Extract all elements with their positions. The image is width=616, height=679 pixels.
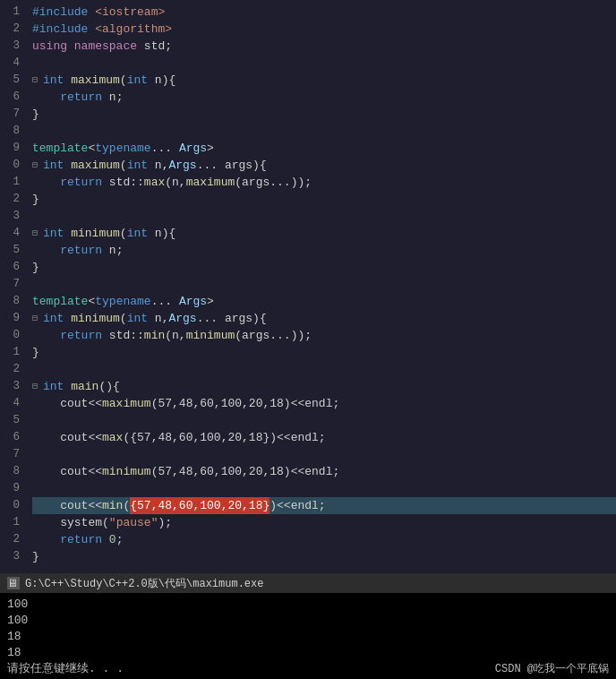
line-number: 4 bbox=[0, 395, 20, 412]
terminal-titlebar: 🖥 G:\C++\Study\C++2.0版\代码\maximum.exe bbox=[0, 573, 616, 593]
token-plain bbox=[32, 89, 60, 106]
token-func: minimum bbox=[71, 225, 120, 242]
token-plain: (){ bbox=[98, 378, 119, 395]
token-plain: } bbox=[32, 548, 39, 565]
code-line bbox=[32, 55, 616, 72]
line-number: 0 bbox=[0, 157, 20, 174]
fold-icon[interactable]: ⊟ bbox=[32, 157, 41, 174]
token-args: Args bbox=[179, 140, 207, 157]
line-number: 1 bbox=[0, 344, 20, 361]
token-plain: ( bbox=[123, 497, 130, 514]
token-func: max bbox=[102, 429, 123, 446]
token-plain: cout<< bbox=[32, 497, 102, 514]
code-line: template<typename... Args> bbox=[32, 293, 616, 310]
code-line: return 0; bbox=[32, 531, 616, 548]
code-line: ⊟int maximum(int n,Args... args){ bbox=[32, 157, 616, 174]
token-func: maximum bbox=[71, 157, 120, 174]
line-number: 5 bbox=[0, 72, 20, 89]
token-args: Args bbox=[168, 157, 196, 174]
token-plain: < bbox=[88, 140, 95, 157]
terminal-line: 18 bbox=[7, 629, 609, 645]
token-preproc: #include bbox=[32, 4, 95, 21]
token-plain: ... bbox=[151, 293, 179, 310]
fold-icon[interactable]: ⊟ bbox=[32, 72, 41, 89]
token-func: maximum bbox=[102, 395, 151, 412]
token-func: maximum bbox=[186, 174, 235, 191]
token-kw: int bbox=[43, 378, 71, 395]
line-number: 7 bbox=[0, 276, 20, 293]
token-func: maximum bbox=[71, 72, 120, 89]
code-line bbox=[32, 480, 616, 497]
line-number: 7 bbox=[0, 446, 20, 463]
token-plain: > bbox=[207, 140, 214, 157]
code-editor: 123456789012345678901234567890123 #inclu… bbox=[0, 0, 616, 573]
terminal-line: 18 bbox=[7, 645, 609, 661]
token-func: minimum bbox=[186, 327, 235, 344]
code-line: cout<<maximum(57,48,60,100,20,18)<<endl; bbox=[32, 395, 616, 412]
token-plain: ; bbox=[116, 531, 124, 548]
line-number: 3 bbox=[0, 38, 20, 55]
fold-icon[interactable]: ⊟ bbox=[32, 378, 41, 395]
code-line: ⊟int minimum(int n){ bbox=[32, 225, 616, 242]
token-kw: return bbox=[60, 327, 109, 344]
fold-icon[interactable]: ⊟ bbox=[32, 225, 41, 242]
token-func: minimum bbox=[102, 463, 151, 480]
code-content[interactable]: #include <iostream>#include <algorithm>u… bbox=[25, 0, 616, 573]
token-kw: return bbox=[60, 242, 109, 259]
token-kw2: using namespace bbox=[32, 38, 144, 55]
code-line: ⊟int maximum(int n){ bbox=[32, 72, 616, 89]
code-line: #include <algorithm> bbox=[32, 21, 616, 38]
token-kw: int bbox=[127, 225, 155, 242]
line-number: 6 bbox=[0, 429, 20, 446]
terminal-line: 100 bbox=[7, 597, 609, 613]
line-number: 2 bbox=[0, 361, 20, 378]
line-number: 4 bbox=[0, 55, 20, 72]
token-plain: system( bbox=[32, 514, 109, 531]
token-plain: std:: bbox=[109, 327, 144, 344]
token-kw: int bbox=[127, 157, 155, 174]
token-func: minimum bbox=[71, 310, 120, 327]
line-number: 1 bbox=[0, 174, 20, 191]
line-number: 8 bbox=[0, 123, 20, 140]
line-number: 9 bbox=[0, 140, 20, 157]
line-number: 1 bbox=[0, 514, 20, 531]
line-number: 6 bbox=[0, 259, 20, 276]
line-number: 7 bbox=[0, 106, 20, 123]
line-number: 3 bbox=[0, 208, 20, 225]
token-kw: int bbox=[43, 310, 71, 327]
code-line: return std::min(n,minimum(args...)); bbox=[32, 327, 616, 344]
code-line bbox=[32, 208, 616, 225]
token-tpl: template bbox=[32, 140, 88, 157]
token-func: min bbox=[144, 327, 165, 344]
line-number: 2 bbox=[0, 531, 20, 548]
token-func: min bbox=[102, 497, 123, 514]
token-kw: typename bbox=[95, 140, 150, 157]
token-plain: } bbox=[32, 259, 39, 276]
token-tpl: template bbox=[32, 293, 88, 310]
terminal-prompt: 请按任意键继续. . . bbox=[7, 661, 124, 677]
token-plain: n){ bbox=[155, 72, 175, 89]
token-num: 0 bbox=[109, 531, 116, 548]
line-number: 3 bbox=[0, 378, 20, 395]
code-line bbox=[32, 361, 616, 378]
token-kw: int bbox=[43, 72, 71, 89]
code-line: #include <iostream> bbox=[32, 4, 616, 21]
token-plain: cout<< bbox=[32, 395, 102, 412]
terminal-brand: CSDN @吃我一个平底锅 bbox=[495, 661, 609, 677]
code-line: } bbox=[32, 259, 616, 276]
code-line bbox=[32, 123, 616, 140]
token-func: max bbox=[144, 174, 165, 191]
line-number: 6 bbox=[0, 89, 20, 106]
token-plain: ( bbox=[120, 310, 127, 327]
token-plain: ... args){ bbox=[197, 310, 267, 327]
token-plain: } bbox=[32, 106, 39, 123]
line-number: 2 bbox=[0, 21, 20, 38]
fold-icon[interactable]: ⊟ bbox=[32, 310, 41, 327]
code-line: cout<<max({57,48,60,100,20,18})<<endl; bbox=[32, 429, 616, 446]
token-plain: n; bbox=[109, 242, 124, 259]
code-area: 123456789012345678901234567890123 #inclu… bbox=[0, 0, 616, 573]
code-line: } bbox=[32, 344, 616, 361]
token-kw: int bbox=[127, 310, 155, 327]
token-plain: std; bbox=[144, 38, 172, 55]
token-plain: (args...)); bbox=[235, 174, 312, 191]
